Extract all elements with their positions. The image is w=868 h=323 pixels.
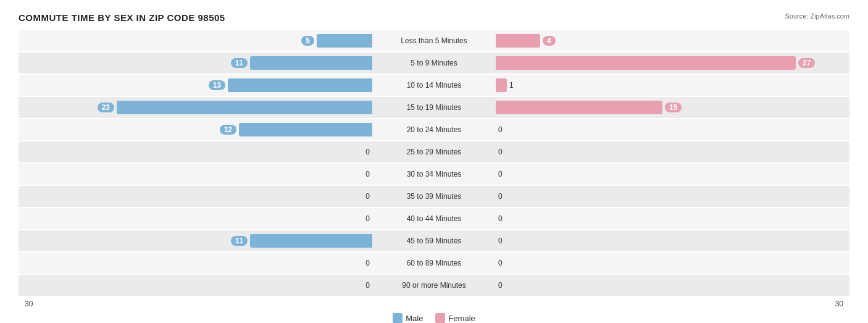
male-value-text: 0 [365, 170, 370, 178]
right-section: 0 [496, 119, 849, 140]
source-text: Source: ZipAtlas.com [785, 12, 849, 20]
chart-area: 5Less than 5 Minutes4115 to 9 Minutes271… [19, 30, 849, 296]
bar-label: 25 to 29 Minutes [372, 148, 496, 156]
left-section: 13 [19, 75, 372, 96]
bar-row: 025 to 29 Minutes0 [19, 141, 849, 162]
left-section: 11 [19, 230, 372, 251]
female-value-text: 1 [509, 81, 514, 90]
female-swatch [435, 313, 445, 323]
female-bar [496, 34, 540, 48]
male-bar [239, 123, 372, 136]
female-label: Female [448, 314, 475, 323]
male-bar [250, 56, 372, 70]
bar-label: 90 or more Minutes [372, 281, 496, 290]
female-value-badge: 4 [543, 36, 556, 46]
female-bar [496, 101, 662, 114]
bar-label: 30 to 34 Minutes [372, 170, 496, 178]
male-value-badge: 13 [209, 80, 225, 90]
male-value-text: 0 [365, 281, 370, 290]
right-section: 0 [496, 230, 849, 251]
bar-row: 115 to 9 Minutes27 [19, 52, 849, 73]
male-bar [250, 234, 372, 248]
left-section: 0 [19, 253, 372, 274]
right-section: 0 [496, 208, 849, 229]
right-section: 4 [496, 30, 849, 51]
axis-left: 30 [19, 300, 375, 308]
bar-row: 1220 to 24 Minutes0 [19, 119, 849, 140]
female-value-text: 0 [498, 259, 503, 267]
legend-female: Female [435, 313, 475, 323]
bar-label: 20 to 24 Minutes [372, 125, 496, 134]
female-value-text: 0 [498, 125, 503, 134]
right-section: 0 [496, 186, 849, 207]
left-section: 0 [19, 208, 372, 229]
bar-row: 2315 to 19 Minutes15 [19, 97, 849, 118]
right-section: 27 [496, 52, 849, 73]
male-bar [228, 78, 372, 92]
left-section: 0 [19, 275, 372, 296]
female-value-badge: 27 [798, 58, 815, 68]
male-label: Male [406, 314, 423, 323]
female-bar [496, 56, 796, 70]
male-value-badge: 11 [231, 58, 248, 68]
female-value-text: 0 [498, 192, 503, 201]
bar-row: 060 to 89 Minutes0 [19, 253, 849, 274]
chart-header: COMMUTE TIME BY SEX IN ZIP CODE 98505 So… [19, 12, 849, 23]
female-value-text: 0 [498, 170, 503, 178]
bar-row: 030 to 34 Minutes0 [19, 164, 849, 185]
left-section: 5 [19, 30, 372, 51]
female-value-badge: 15 [665, 103, 682, 112]
bar-label: 15 to 19 Minutes [372, 103, 496, 112]
male-value-text: 0 [365, 148, 370, 156]
right-section: 0 [496, 141, 849, 162]
female-value-text: 0 [498, 281, 503, 290]
male-value-badge: 23 [98, 103, 114, 112]
bar-label: Less than 5 Minutes [372, 36, 496, 45]
chart-title: COMMUTE TIME BY SEX IN ZIP CODE 98505 [19, 12, 225, 23]
axis-right: 30 [493, 300, 849, 308]
male-swatch [393, 313, 403, 323]
left-section: 0 [19, 164, 372, 185]
bar-label: 45 to 59 Minutes [372, 237, 496, 245]
bar-label: 60 to 89 Minutes [372, 259, 496, 267]
male-bar [317, 34, 372, 48]
female-value-text: 0 [498, 148, 503, 156]
male-value-badge: 5 [301, 36, 314, 46]
male-value-text: 0 [365, 259, 370, 267]
male-value-text: 0 [365, 192, 370, 201]
right-section: 0 [496, 164, 849, 185]
female-value-text: 0 [498, 214, 503, 223]
bar-row: 090 or more Minutes0 [19, 275, 849, 296]
left-section: 23 [19, 97, 372, 118]
female-value-text: 0 [498, 237, 503, 245]
bar-row: 1145 to 59 Minutes0 [19, 230, 849, 251]
female-bar [496, 78, 507, 92]
right-section: 0 [496, 253, 849, 274]
male-value-badge: 12 [220, 125, 236, 135]
left-section: 12 [19, 119, 372, 140]
legend-row: Male Female [19, 313, 849, 323]
male-value-text: 0 [365, 214, 370, 223]
bar-label: 5 to 9 Minutes [372, 59, 496, 67]
left-section: 0 [19, 141, 372, 162]
male-bar [117, 101, 372, 114]
bar-label: 10 to 14 Minutes [372, 81, 496, 90]
bar-row: 1310 to 14 Minutes1 [19, 75, 849, 96]
bar-label: 35 to 39 Minutes [372, 192, 496, 201]
bar-row: 040 to 44 Minutes0 [19, 208, 849, 229]
bar-row: 035 to 39 Minutes0 [19, 186, 849, 207]
male-value-badge: 11 [231, 236, 248, 246]
bar-label: 40 to 44 Minutes [372, 214, 496, 223]
right-section: 1 [496, 75, 849, 96]
right-section: 15 [496, 97, 849, 118]
left-section: 0 [19, 186, 372, 207]
bar-row: 5Less than 5 Minutes4 [19, 30, 849, 51]
legend-male: Male [393, 313, 423, 323]
axis-row: 30 30 [19, 300, 849, 308]
left-section: 11 [19, 52, 372, 73]
right-section: 0 [496, 275, 849, 296]
